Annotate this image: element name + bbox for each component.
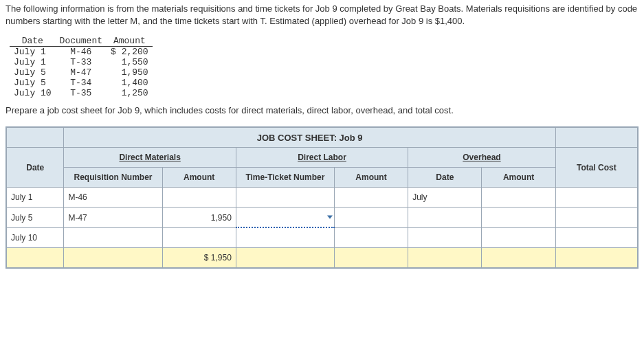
src-row: July 1M-46$ 2,200: [10, 47, 153, 58]
jcs-row: July 1 M-46 July: [7, 188, 638, 208]
src-row: July 5M-471,950: [10, 67, 153, 78]
src-hdr-date: Date: [10, 36, 56, 47]
instruction-text: Prepare a job cost sheet for Job 9, whic…: [5, 105, 639, 115]
cell-dl-amt[interactable]: [334, 188, 408, 208]
cell-oh-amt[interactable]: [482, 227, 555, 248]
cell-date[interactable]: July 10: [7, 227, 64, 248]
hdr-dl-amt: Amount: [334, 168, 408, 188]
intro-text: The following information is from the ma…: [5, 3, 639, 27]
hdr-dm-amt: Amount: [162, 168, 236, 188]
cell-dm-amt[interactable]: 1,950: [162, 208, 236, 228]
hdr-dl: Direct Labor: [236, 148, 408, 168]
cell-dl-amt[interactable]: [334, 227, 408, 248]
hdr-tt-no: Time-Ticket Number: [236, 168, 334, 188]
cell-oh-date[interactable]: July: [408, 188, 482, 208]
cell-req[interactable]: M-47: [64, 208, 162, 228]
cell-oh-amt[interactable]: [482, 208, 555, 228]
cell-oh-date[interactable]: [408, 227, 482, 248]
src-hdr-doc: Document: [56, 36, 107, 47]
cell-tt[interactable]: [236, 188, 334, 208]
total-dm: $ 1,950: [162, 248, 236, 268]
src-row: July 5T-341,400: [10, 78, 153, 88]
src-hdr-amt: Amount: [107, 36, 153, 47]
cell-tt-dropdown[interactable]: [236, 208, 334, 228]
hdr-oh-amt: Amount: [482, 168, 555, 188]
jcs-title: JOB COST SHEET: Job 9: [64, 128, 555, 148]
cell-total-row[interactable]: [555, 208, 637, 228]
jcs-total-row: $ 1,950: [7, 248, 638, 268]
hdr-dm: Direct Materials: [64, 148, 236, 168]
jcs-row: July 10: [7, 227, 638, 248]
cell-total-row[interactable]: [555, 188, 637, 208]
hdr-req-no: Requisition Number: [64, 168, 162, 188]
src-row: July 1T-331,550: [10, 57, 153, 67]
cell-oh-amt[interactable]: [482, 188, 555, 208]
total-dl: [334, 248, 408, 268]
src-row: July 10T-351,250: [10, 88, 153, 98]
total-cost: [555, 248, 637, 268]
cell-dl-amt[interactable]: [334, 208, 408, 228]
cell-oh-date[interactable]: [408, 208, 482, 228]
hdr-oh-date: Date: [408, 168, 482, 188]
cell-dm-amt[interactable]: [162, 188, 236, 208]
cell-req[interactable]: M-46: [64, 188, 162, 208]
hdr-total: Total Cost: [555, 148, 637, 188]
cell-date[interactable]: July 5: [7, 208, 64, 228]
hdr-oh: Overhead: [408, 148, 556, 168]
cell-dm-amt[interactable]: [162, 227, 236, 248]
cell-total-row[interactable]: [555, 227, 637, 248]
cell-date[interactable]: July 1: [7, 188, 64, 208]
total-oh: [482, 248, 555, 268]
job-cost-sheet: JOB COST SHEET: Job 9 Date Direct Materi…: [6, 127, 638, 268]
hdr-date: Date: [7, 148, 64, 188]
source-data-table: Date Document Amount July 1M-46$ 2,200 J…: [10, 36, 153, 98]
jcs-row: July 5 M-47 1,950: [7, 208, 638, 228]
cell-tt[interactable]: [236, 227, 334, 248]
cell-req[interactable]: [64, 227, 162, 248]
